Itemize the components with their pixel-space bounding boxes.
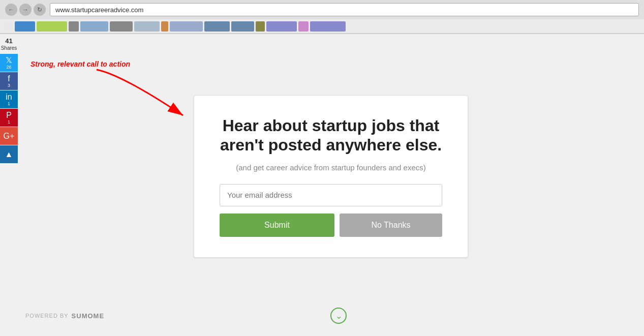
signup-card: Hear about startup jobs that aren't post… bbox=[194, 95, 468, 258]
facebook-share-button[interactable]: f 3 bbox=[0, 72, 18, 90]
bookmark-12[interactable] bbox=[256, 21, 265, 32]
bookmark-2[interactable] bbox=[15, 21, 35, 32]
facebook-icon: f bbox=[8, 75, 10, 83]
bookmark-3[interactable] bbox=[37, 21, 67, 32]
pinterest-icon: P bbox=[6, 111, 12, 119]
scroll-down-button[interactable]: ⌄ bbox=[330, 308, 347, 324]
pinterest-share-button[interactable]: P 1 bbox=[0, 109, 18, 127]
bookmark-1[interactable] bbox=[4, 21, 13, 32]
social-sidebar: 41 Shares 𝕏 26 f 3 in 1 P 1 G+ ▲ bbox=[0, 34, 18, 164]
annotation-area: Strong, relevant call to action bbox=[30, 59, 244, 69]
chevron-down-icon: ⌄ bbox=[335, 311, 342, 321]
sumo-icon: ▲ bbox=[5, 150, 13, 159]
linkedin-count: 1 bbox=[8, 101, 10, 106]
back-button[interactable]: ← bbox=[5, 4, 17, 16]
no-thanks-button[interactable]: No Thanks bbox=[340, 213, 442, 237]
sumo-logo: SumoMe bbox=[72, 312, 105, 320]
email-input[interactable] bbox=[220, 184, 442, 206]
bookmarks-bar bbox=[0, 19, 644, 34]
twitter-count: 26 bbox=[6, 65, 11, 70]
page-content: 41 Shares 𝕏 26 f 3 in 1 P 1 G+ ▲ Strong,… bbox=[0, 34, 644, 329]
google-share-button[interactable]: G+ bbox=[0, 127, 18, 145]
page-footer: POWERED BY SumoMe ⌄ bbox=[0, 302, 644, 329]
bookmark-9[interactable] bbox=[170, 21, 203, 32]
address-bar[interactable] bbox=[50, 3, 639, 16]
pinterest-count: 1 bbox=[8, 119, 10, 125]
bookmark-14[interactable] bbox=[298, 21, 309, 32]
reload-button[interactable]: ↻ bbox=[34, 4, 46, 16]
powered-by-label: POWERED BY bbox=[25, 313, 69, 319]
google-icon: G+ bbox=[4, 132, 15, 140]
linkedin-icon: in bbox=[6, 93, 12, 101]
bookmark-15[interactable] bbox=[310, 21, 346, 32]
button-row: Submit No Thanks bbox=[220, 213, 442, 237]
linkedin-share-button[interactable]: in 1 bbox=[0, 90, 18, 108]
bookmark-10[interactable] bbox=[204, 21, 230, 32]
bookmark-11[interactable] bbox=[231, 21, 254, 32]
sumo-share-button[interactable]: ▲ bbox=[0, 145, 18, 163]
share-count: 41 Shares bbox=[0, 34, 18, 54]
bookmark-5[interactable] bbox=[80, 21, 108, 32]
twitter-icon: 𝕏 bbox=[6, 56, 12, 65]
shares-label: Shares bbox=[1, 45, 17, 51]
card-subtext: (and get career advice from startup foun… bbox=[220, 163, 442, 172]
bookmark-7[interactable] bbox=[134, 21, 160, 32]
forward-button[interactable]: → bbox=[19, 4, 32, 16]
browser-toolbar: ← → ↻ bbox=[0, 0, 644, 19]
browser-chrome: ← → ↻ bbox=[0, 0, 644, 34]
nav-buttons: ← → ↻ bbox=[5, 4, 46, 16]
total-shares: 41 bbox=[1, 37, 17, 45]
submit-button[interactable]: Submit bbox=[220, 213, 334, 237]
powered-by: POWERED BY SumoMe bbox=[25, 312, 104, 320]
bookmark-13[interactable] bbox=[266, 21, 297, 32]
bookmark-4[interactable] bbox=[69, 21, 79, 32]
annotation-arrow bbox=[81, 65, 208, 126]
facebook-count: 3 bbox=[8, 83, 10, 88]
bookmark-6[interactable] bbox=[110, 21, 133, 32]
card-headline: Hear about startup jobs that aren't post… bbox=[220, 116, 442, 155]
bookmark-8[interactable] bbox=[161, 21, 168, 32]
twitter-share-button[interactable]: 𝕏 26 bbox=[0, 54, 18, 72]
